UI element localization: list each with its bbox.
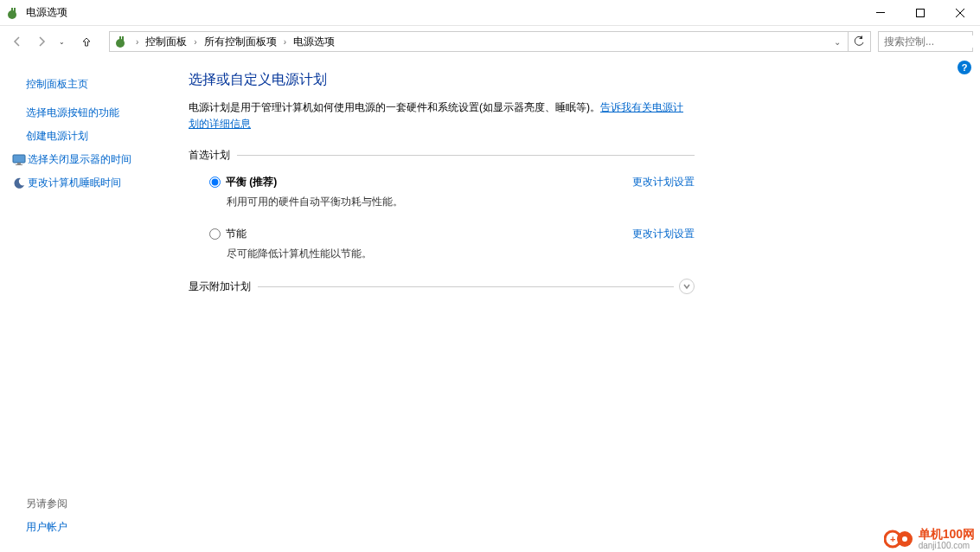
- expand-button[interactable]: [679, 279, 695, 294]
- plan-balanced: 平衡 (推荐) 更改计划设置 利用可用的硬件自动平衡功耗与性能。: [209, 175, 695, 209]
- watermark-en: danji100.com: [919, 541, 975, 550]
- help-icon[interactable]: ?: [958, 61, 971, 74]
- close-button[interactable]: [940, 0, 980, 26]
- window-title: 电源选项: [26, 5, 861, 20]
- svg-point-14: [902, 536, 907, 542]
- svg-rect-1: [11, 8, 13, 12]
- body: 控制面板主页 选择电源按钮的功能 创建电源计划 选择关闭显示器的时间 更改计算机…: [0, 57, 980, 552]
- sidebar-item-power-button[interactable]: 选择电源按钮的功能: [0, 101, 189, 125]
- history-dropdown[interactable]: ⌄: [55, 38, 67, 46]
- watermark: + 单机100网 danji100.com: [884, 528, 975, 550]
- svg-rect-10: [17, 163, 21, 164]
- navbar: ⌄ › 控制面板 › 所有控制面板项 › 电源选项 ⌄: [0, 26, 980, 57]
- additional-plans-section: 显示附加计划: [189, 279, 695, 294]
- plan-name[interactable]: 节能: [226, 227, 247, 241]
- breadcrumb-item[interactable]: 电源选项: [290, 35, 338, 49]
- breadcrumb-icon: [113, 33, 131, 50]
- sidebar-see-also: 另请参阅 用户帐户: [0, 497, 189, 543]
- breadcrumb-dropdown[interactable]: ⌄: [834, 37, 841, 47]
- sidebar-home-label: 控制面板主页: [26, 77, 88, 92]
- plan-radio-power-saver[interactable]: [209, 228, 221, 240]
- see-also-item[interactable]: 用户帐户: [26, 520, 189, 535]
- sidebar-item-display-off[interactable]: 选择关闭显示器的时间: [0, 148, 189, 171]
- breadcrumb-bar[interactable]: › 控制面板 › 所有控制面板项 › 电源选项 ⌄: [109, 31, 871, 52]
- titlebar: 电源选项: [0, 0, 980, 26]
- chevron-right-icon[interactable]: ›: [280, 37, 290, 47]
- svg-rect-9: [13, 155, 25, 163]
- change-plan-settings-link[interactable]: 更改计划设置: [632, 227, 695, 241]
- svg-rect-2: [14, 8, 16, 12]
- search-box[interactable]: [878, 31, 973, 52]
- plan-radio-balanced[interactable]: [209, 177, 221, 188]
- watermark-cn: 单机100网: [919, 528, 975, 541]
- plan-name[interactable]: 平衡 (推荐): [226, 175, 277, 189]
- sidebar-home[interactable]: 控制面板主页: [0, 73, 189, 96]
- svg-rect-4: [917, 9, 925, 16]
- window-controls: [861, 0, 980, 26]
- chevron-right-icon[interactable]: ›: [132, 37, 142, 47]
- sidebar-item-label: 选择关闭显示器的时间: [28, 152, 131, 167]
- svg-rect-7: [122, 36, 124, 41]
- section-label: 显示附加计划: [189, 279, 258, 294]
- app-icon: [7, 6, 21, 20]
- main-content: 选择或自定义电源计划 电源计划是用于管理计算机如何使用电源的一套硬件和系统设置(…: [189, 57, 980, 552]
- sidebar-item-create-plan[interactable]: 创建电源计划: [0, 125, 189, 148]
- see-also-label: 另请参阅: [26, 497, 189, 511]
- page-description: 电源计划是用于管理计算机如何使用电源的一套硬件和系统设置(如显示器亮度、睡眠等)…: [189, 99, 690, 132]
- sidebar-item-label: 更改计算机睡眠时间: [28, 176, 121, 190]
- plan-description: 尽可能降低计算机性能以节能。: [227, 247, 695, 261]
- sidebar: 控制面板主页 选择电源按钮的功能 创建电源计划 选择关闭显示器的时间 更改计算机…: [0, 57, 189, 552]
- refresh-button[interactable]: [848, 31, 868, 52]
- search-input[interactable]: [884, 35, 980, 48]
- sidebar-item-label: 创建电源计划: [26, 129, 88, 144]
- watermark-logo: +: [884, 529, 915, 549]
- section-label: 首选计划: [189, 148, 237, 163]
- up-button[interactable]: [76, 31, 97, 52]
- plan-power-saver: 节能 更改计划设置 尽可能降低计算机性能以节能。: [209, 227, 695, 261]
- svg-rect-6: [119, 36, 121, 41]
- maximize-button[interactable]: [900, 0, 940, 26]
- minimize-button[interactable]: [861, 0, 900, 26]
- breadcrumb-item[interactable]: 所有控制面板项: [201, 35, 280, 49]
- svg-text:+: +: [890, 534, 895, 544]
- svg-rect-3: [876, 12, 885, 13]
- plan-description: 利用可用的硬件自动平衡功耗与性能。: [227, 195, 695, 209]
- breadcrumb-item[interactable]: 控制面板: [142, 35, 190, 49]
- preferred-plans-section: 首选计划 平衡 (推荐) 更改计划设置 利用可用的硬件自动平衡功耗与性能。 节能…: [189, 148, 695, 261]
- sidebar-item-label: 选择电源按钮的功能: [26, 106, 119, 120]
- monitor-icon: [12, 153, 26, 167]
- sidebar-item-sleep[interactable]: 更改计算机睡眠时间: [0, 171, 189, 195]
- svg-rect-11: [16, 164, 22, 165]
- change-plan-settings-link[interactable]: 更改计划设置: [632, 175, 695, 189]
- back-button[interactable]: [7, 31, 28, 52]
- moon-icon: [12, 177, 26, 190]
- page-title: 选择或自定义电源计划: [189, 71, 963, 89]
- forward-button[interactable]: [31, 31, 52, 52]
- chevron-right-icon[interactable]: ›: [190, 37, 200, 47]
